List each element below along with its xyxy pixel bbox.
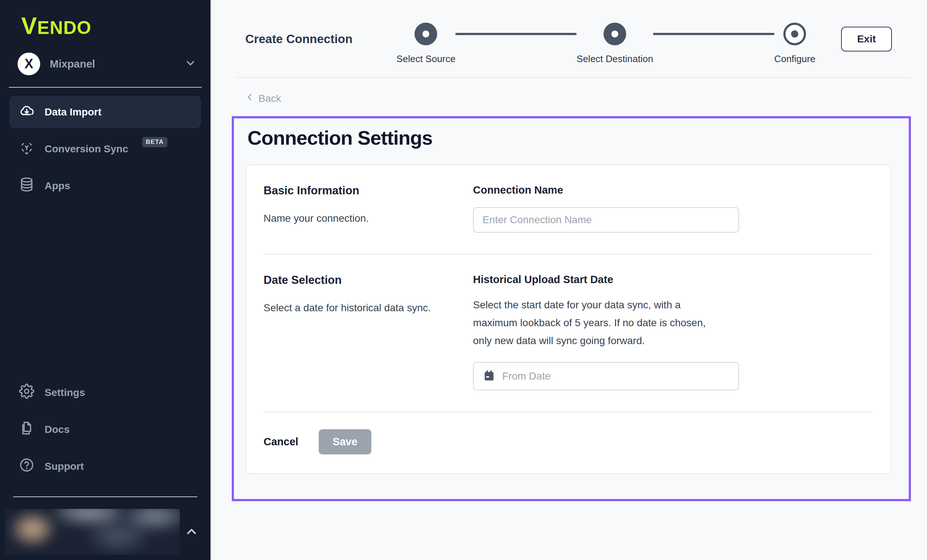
help-circle-icon — [19, 457, 34, 475]
connection-name-label: Connection Name — [473, 184, 873, 196]
cancel-button[interactable]: Cancel — [264, 436, 298, 448]
back-label: Back — [258, 93, 281, 105]
basic-info-subtext: Name your connection. — [264, 212, 473, 224]
sidebar-item-label: Conversion Sync — [45, 143, 128, 155]
vendo-logo: VENDO — [0, 0, 211, 39]
sidebar-item-data-import[interactable]: Data Import — [9, 96, 201, 128]
sidebar-item-label: Support — [45, 461, 84, 472]
sidebar-item-label: Docs — [45, 424, 70, 436]
sidebar-item-label: Settings — [45, 387, 85, 399]
sidebar-item-conversion-sync[interactable]: Conversion Sync BETA — [9, 133, 201, 165]
app-window: VENDO X Mixpanel Data Import — [0, 0, 927, 560]
step-label: Select Source — [396, 53, 456, 65]
chevron-left-icon — [245, 93, 255, 105]
stepper: Select Source Select Destination Configu… — [396, 13, 815, 65]
connection-settings-section: Connection Settings Basic Information Na… — [232, 116, 911, 501]
date-selection-row: Date Selection Select a date for histori… — [264, 255, 873, 412]
database-icon — [19, 177, 34, 195]
historical-upload-label: Historical Upload Start Date — [473, 274, 873, 286]
save-button[interactable]: Save — [319, 429, 371, 454]
sidebar: VENDO X Mixpanel Data Import — [0, 0, 211, 560]
sidebar-item-settings[interactable]: Settings — [9, 376, 201, 409]
chevron-up-icon[interactable] — [184, 524, 199, 540]
basic-info-left: Basic Information Name your connection. — [264, 184, 473, 233]
sidebar-bottom-nav: Settings Docs Support — [9, 376, 201, 483]
date-selection-left: Date Selection Select a date for histori… — [264, 274, 473, 390]
cloud-download-icon — [19, 103, 34, 121]
settings-card: Basic Information Name your connection. … — [245, 164, 892, 474]
step-label: Select Destination — [576, 53, 653, 65]
from-date-field[interactable] — [473, 362, 739, 390]
sidebar-divider-top — [9, 87, 202, 88]
step-label: Configure — [774, 53, 816, 65]
calendar-icon — [483, 369, 496, 384]
date-selection-subtext: Select a date for historical data sync. — [264, 302, 473, 314]
step-select-destination[interactable]: Select Destination — [576, 23, 653, 65]
sidebar-item-label: Data Import — [45, 106, 102, 118]
blurred-avatar-and-name — [5, 509, 180, 555]
connection-name-input[interactable] — [473, 207, 739, 233]
step-circle-current — [783, 23, 806, 45]
step-configure[interactable]: Configure — [774, 23, 816, 65]
beta-badge: BETA — [142, 137, 167, 147]
page-title: Create Connection — [245, 32, 353, 46]
sidebar-divider-bottom — [13, 496, 198, 497]
basic-info-heading: Basic Information — [264, 184, 473, 197]
workspace-selector[interactable]: X Mixpanel — [15, 53, 199, 75]
date-selection-heading: Date Selection — [264, 274, 473, 287]
logo-letter: V — [21, 13, 37, 39]
sidebar-item-support[interactable]: Support — [9, 450, 201, 483]
main-area: Create Connection Select Source Select D… — [211, 0, 927, 560]
page-content: Back Connection Settings Basic Informati… — [211, 78, 927, 501]
sidebar-item-label: Apps — [45, 180, 70, 192]
chevron-down-icon[interactable] — [184, 57, 197, 71]
user-profile-row[interactable] — [0, 505, 211, 560]
sidebar-nav: Data Import Conversion Sync BETA Apps — [9, 96, 201, 202]
sidebar-item-docs[interactable]: Docs — [9, 413, 201, 446]
historical-upload-help: Select the start date for your data sync… — [473, 296, 725, 350]
sidebar-item-apps[interactable]: Apps — [9, 170, 201, 202]
sync-arrows-icon — [19, 140, 34, 158]
user-profile-blurred — [5, 509, 180, 555]
date-selection-right: Historical Upload Start Date Select the … — [473, 274, 873, 390]
step-connector — [653, 33, 774, 35]
step-select-source[interactable]: Select Source — [396, 23, 456, 65]
actions-row: Cancel Save — [264, 413, 873, 473]
section-title: Connection Settings — [248, 126, 894, 149]
sidebar-spacer — [0, 202, 211, 368]
step-circle-filled — [603, 23, 626, 45]
mixpanel-logo-avatar: X — [18, 53, 40, 75]
gear-icon — [19, 384, 34, 401]
basic-information-row: Basic Information Name your connection. … — [264, 165, 873, 254]
from-date-input[interactable] — [502, 370, 729, 382]
basic-info-right: Connection Name — [473, 184, 873, 233]
page-header: Create Connection Select Source Select D… — [211, 0, 927, 65]
step-circle-filled — [415, 23, 437, 45]
step-connector — [456, 33, 576, 35]
exit-button[interactable]: Exit — [841, 27, 892, 52]
back-link[interactable]: Back — [245, 93, 281, 105]
workspace-name: Mixpanel — [50, 58, 184, 70]
docs-icon — [19, 420, 34, 439]
